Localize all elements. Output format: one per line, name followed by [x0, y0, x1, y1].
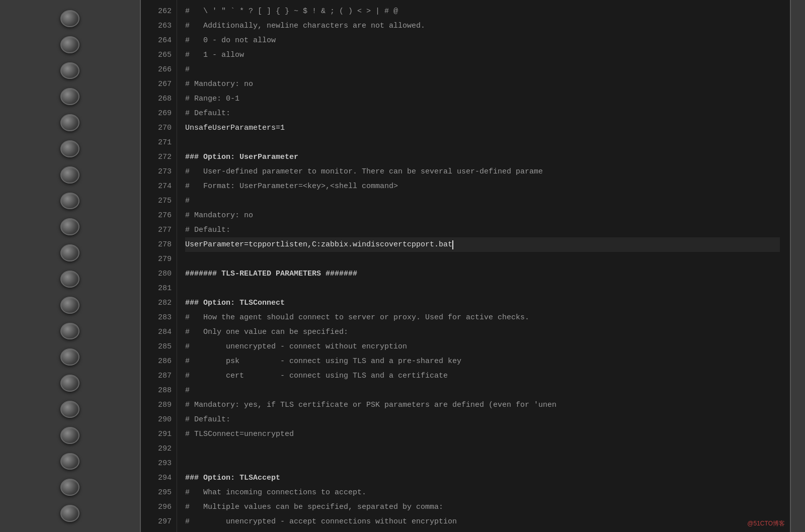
line-number-268: 268 — [144, 92, 172, 106]
line-number-289: 289 — [144, 398, 172, 412]
code-line-278: UserParameter=tcpportlisten,C:zabbix.win… — [185, 237, 780, 252]
code-line-283: # How the agent should connect to server… — [185, 310, 780, 325]
rivet-13 — [60, 323, 79, 340]
line-number-269: 269 — [144, 106, 172, 121]
line-number-288: 288 — [144, 383, 172, 398]
code-line-273: # User-defined parameter to monitor. The… — [185, 164, 780, 179]
rivet-11 — [60, 271, 79, 288]
code-line-294: ### Option: TLSAccept — [185, 471, 780, 485]
line-number-266: 266 — [144, 62, 172, 77]
rivet-12 — [60, 297, 79, 314]
rivet-4 — [60, 88, 79, 105]
line-number-262: 262 — [144, 4, 172, 19]
rivet-14 — [60, 348, 79, 366]
code-line-291: # TLSConnect=unencrypted — [185, 427, 780, 441]
line-number-280: 280 — [144, 267, 172, 281]
line-number-264: 264 — [144, 33, 172, 48]
rivet-6 — [60, 140, 79, 157]
code-line-297: # unencrypted - accept connections witho… — [185, 514, 780, 529]
watermark: @51CTO博客 — [747, 519, 785, 528]
code-line-293 — [185, 456, 780, 471]
left-decorative-panel — [0, 0, 141, 532]
code-line-290: # Default: — [185, 412, 780, 427]
rivet-9 — [60, 218, 79, 235]
code-line-268: # Range: 0-1 — [185, 92, 780, 106]
code-line-296: # Multiple values can be specified, sepa… — [185, 500, 780, 514]
right-decorative-panel — [790, 0, 805, 532]
line-number-286: 286 — [144, 354, 172, 369]
code-line-280: ####### TLS-RELATED PARAMETERS ####### — [185, 267, 780, 281]
rivet-2 — [60, 36, 79, 53]
code-line-270: UnsafeUserParameters=1 — [185, 121, 780, 135]
line-number-274: 274 — [144, 179, 172, 194]
code-line-286: # psk - connect using TLS and a pre-shar… — [185, 354, 780, 369]
code-line-265: # 1 - allow — [185, 48, 780, 62]
line-number-273: 273 — [144, 164, 172, 179]
line-number-291: 291 — [144, 427, 172, 441]
rivet-5 — [60, 114, 79, 131]
rivet-15 — [60, 375, 79, 392]
line-number-267: 267 — [144, 77, 172, 92]
code-line-298: # psk - accept connections secured with … — [185, 529, 780, 532]
rivet-18 — [60, 453, 79, 470]
rivet-10 — [60, 244, 79, 261]
code-line-281 — [185, 281, 780, 296]
line-number-284: 284 — [144, 325, 172, 339]
text-cursor — [452, 240, 453, 249]
code-line-295: # What incoming connections to accept. — [185, 485, 780, 500]
line-number-290: 290 — [144, 412, 172, 427]
line-number-292: 292 — [144, 441, 172, 456]
line-number-281: 281 — [144, 281, 172, 296]
code-line-274: # Format: UserParameter=<key>,<shell com… — [185, 179, 780, 194]
line-number-271: 271 — [144, 135, 172, 150]
code-line-266: # — [185, 62, 780, 77]
line-number-293: 293 — [144, 456, 172, 471]
line-number-295: 295 — [144, 485, 172, 500]
line-number-272: 272 — [144, 150, 172, 164]
code-content[interactable]: # \ ' " ` * ? [ ] { } ~ $ ! & ; ( ) < > … — [177, 0, 790, 532]
code-line-263: # Additionally, newline characters are n… — [185, 19, 780, 33]
code-line-285: # unencrypted - connect without encrypti… — [185, 339, 780, 354]
line-number-277: 277 — [144, 223, 172, 237]
line-numbers: 2622632642652662672682692702712722732742… — [141, 0, 177, 532]
line-number-298: 298 — [144, 529, 172, 532]
code-line-288: # — [185, 383, 780, 398]
code-line-292 — [185, 441, 780, 456]
code-line-264: # 0 - do not allow — [185, 33, 780, 48]
code-line-279 — [185, 252, 780, 267]
line-number-282: 282 — [144, 296, 172, 310]
rivet-1 — [60, 10, 79, 27]
line-number-275: 275 — [144, 194, 172, 208]
line-number-270: 270 — [144, 121, 172, 135]
line-number-263: 263 — [144, 19, 172, 33]
line-number-276: 276 — [144, 208, 172, 223]
rivet-7 — [60, 166, 79, 184]
code-line-271 — [185, 135, 780, 150]
rivet-3 — [60, 62, 79, 79]
line-number-283: 283 — [144, 310, 172, 325]
code-line-287: # cert - connect using TLS and a certifi… — [185, 369, 780, 383]
line-number-287: 287 — [144, 369, 172, 383]
rivet-8 — [60, 193, 79, 210]
line-number-279: 279 — [144, 252, 172, 267]
code-line-289: # Mandatory: yes, if TLS certificate or … — [185, 398, 780, 412]
code-line-282: ### Option: TLSConnect — [185, 296, 780, 310]
rivet-17 — [60, 427, 79, 444]
code-line-267: # Mandatory: no — [185, 77, 780, 92]
code-line-284: # Only one value can be specified: — [185, 325, 780, 339]
rivet-20 — [60, 505, 79, 522]
code-editor[interactable]: 2622632642652662672682692702712722732742… — [141, 0, 790, 532]
line-number-297: 297 — [144, 514, 172, 529]
code-line-269: # Default: — [185, 106, 780, 121]
code-line-277: # Default: — [185, 223, 780, 237]
line-number-296: 296 — [144, 500, 172, 514]
rivet-16 — [60, 401, 79, 418]
code-line-262: # \ ' " ` * ? [ ] { } ~ $ ! & ; ( ) < > … — [185, 4, 780, 19]
line-number-265: 265 — [144, 48, 172, 62]
line-number-285: 285 — [144, 339, 172, 354]
code-line-275: # — [185, 194, 780, 208]
line-number-278: 278 — [144, 237, 172, 252]
editor-container[interactable]: 2622632642652662672682692702712722732742… — [141, 0, 790, 532]
code-line-272: ### Option: UserParameter — [185, 150, 780, 164]
code-line-276: # Mandatory: no — [185, 208, 780, 223]
